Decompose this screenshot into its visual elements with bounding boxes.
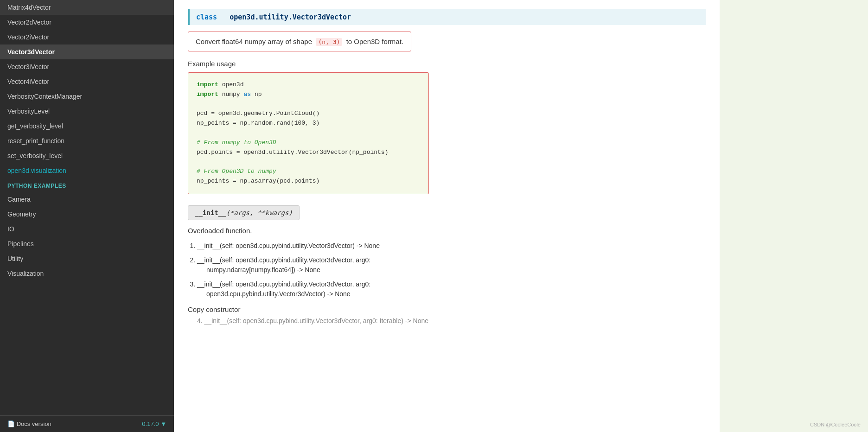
overloaded-text: Overloaded function. bbox=[188, 227, 706, 235]
sidebar-item-matrix4dvector[interactable]: Matrix4dVector bbox=[0, 0, 174, 15]
sidebar-item-verbositylevel[interactable]: VerbosityLevel bbox=[0, 104, 174, 119]
example-usage-heading: Example usage bbox=[188, 60, 706, 68]
sidebar-item-camera[interactable]: Camera bbox=[0, 192, 174, 207]
method-header: __init__(*args, **kwargs) bbox=[188, 205, 300, 220]
method-args: (*args, **kwargs) bbox=[226, 209, 292, 216]
code-line-7: # From numpy to Open3D bbox=[197, 138, 420, 148]
desc-inline-code: (n, 3) bbox=[316, 38, 342, 46]
class-keyword: class bbox=[196, 13, 217, 21]
main-content: class open3d.utility.Vector3dVector Conv… bbox=[174, 0, 720, 432]
sidebar-item-vector2ivector[interactable]: Vector2iVector bbox=[0, 30, 174, 44]
docs-label: 📄 Docs version bbox=[7, 420, 51, 427]
sidebar: Matrix4dVector Vector2dVector Vector2iVe… bbox=[0, 0, 174, 432]
code-line-4: pcd = open3d.geometry.PointCloud() bbox=[197, 109, 420, 119]
code-line-8: pcd.points = open3d.utility.Vector3dVect… bbox=[197, 148, 420, 158]
code-line-1: import open3d bbox=[197, 80, 420, 90]
copy-constructor-heading: Copy constructor bbox=[188, 305, 706, 313]
class-header: class open3d.utility.Vector3dVector bbox=[188, 9, 706, 25]
sidebar-section-python-examples: PYTHON EXAMPLES bbox=[0, 178, 174, 192]
sidebar-item-vector3ivector[interactable]: Vector3iVector bbox=[0, 59, 174, 74]
item-4-partial: 4. __init__(self: open3d.cpu.pybind.util… bbox=[188, 317, 706, 324]
sidebar-item-visualization[interactable]: open3d.visualization bbox=[0, 163, 174, 178]
sidebar-item-verbositycontextmanager[interactable]: VerbosityContextManager bbox=[0, 89, 174, 104]
overload-item-3: __init__(self: open3d.cpu.pybind.utility… bbox=[197, 280, 706, 299]
overload-list: __init__(self: open3d.cpu.pybind.utility… bbox=[197, 241, 706, 299]
method-name: __init__ bbox=[195, 209, 226, 216]
sidebar-item-utility[interactable]: Utility bbox=[0, 251, 174, 266]
sidebar-item-geometry[interactable]: Geometry bbox=[0, 207, 174, 222]
sidebar-item-reset-print-function[interactable]: reset_print_function bbox=[0, 133, 174, 148]
sidebar-item-set-verbosity-level[interactable]: set_verbosity_level bbox=[0, 148, 174, 163]
sidebar-item-visualization-example[interactable]: Visualization bbox=[0, 266, 174, 281]
code-line-10: # From Open3D to numpy bbox=[197, 167, 420, 177]
right-panel bbox=[720, 0, 868, 432]
code-line-2: import numpy as np bbox=[197, 90, 420, 100]
class-name: open3d.utility.Vector3dVector bbox=[230, 13, 351, 21]
overload-item-2: __init__(self: open3d.cpu.pybind.utility… bbox=[197, 255, 706, 275]
code-line-5: np_points = np.random.rand(100, 3) bbox=[197, 119, 420, 128]
method-header-container: __init__(*args, **kwargs) bbox=[188, 205, 706, 227]
desc-text-before: Convert float64 numpy array of shape bbox=[196, 38, 312, 45]
sidebar-item-vector2dvector[interactable]: Vector2dVector bbox=[0, 15, 174, 30]
sidebar-item-pipelines[interactable]: Pipelines bbox=[0, 236, 174, 251]
code-line-11: np_points = np.asarray(pcd.points) bbox=[197, 177, 420, 186]
sidebar-item-io[interactable]: IO bbox=[0, 222, 174, 236]
sidebar-footer: 📄 Docs version 0.17.0 ▼ bbox=[0, 415, 174, 432]
sidebar-item-get-verbosity-level[interactable]: get_verbosity_level bbox=[0, 119, 174, 133]
code-block: import open3d import numpy as np pcd = o… bbox=[188, 72, 429, 194]
overload-item-1: __init__(self: open3d.cpu.pybind.utility… bbox=[197, 241, 706, 251]
watermark: CSDN @CooleeCoole bbox=[810, 422, 861, 427]
docs-icon: 📄 bbox=[7, 420, 15, 427]
version-badge[interactable]: 0.17.0 ▼ bbox=[142, 420, 166, 427]
sidebar-item-vector4ivector[interactable]: Vector4iVector bbox=[0, 74, 174, 89]
desc-text-after: to Open3D format. bbox=[346, 38, 403, 45]
description-box: Convert float64 numpy array of shape (n,… bbox=[188, 32, 706, 60]
docs-version-label: Docs version bbox=[17, 420, 51, 427]
sidebar-item-vector3dvector[interactable]: Vector3dVector bbox=[0, 44, 174, 59]
